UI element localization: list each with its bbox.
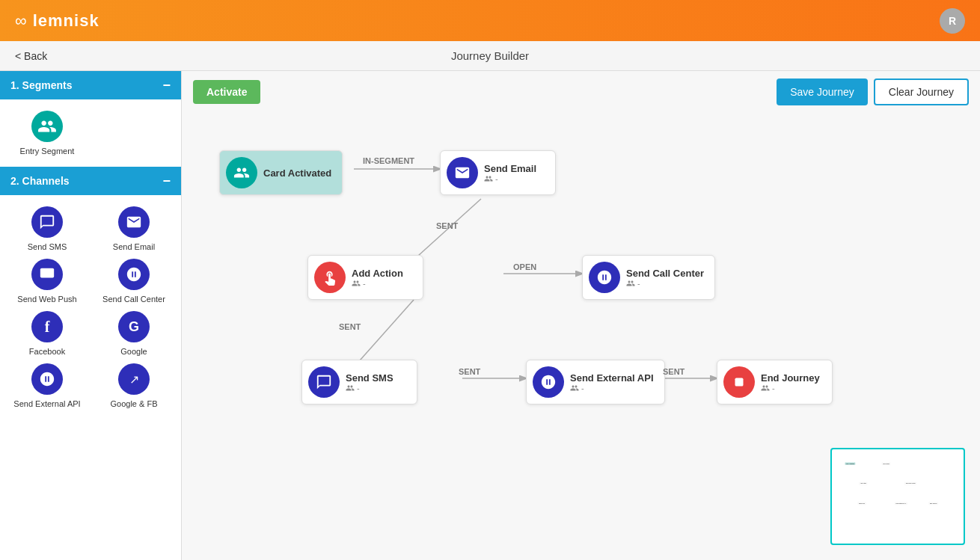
logo-text: lemnisk: [33, 11, 99, 31]
google-fb-label: Google & FB: [111, 399, 158, 408]
entry-segment-icon: [31, 111, 63, 142]
send-call-center-node-sub: -: [626, 279, 704, 288]
node-send-email[interactable]: Send Email -: [440, 150, 556, 195]
add-action-title: Add Action: [352, 268, 403, 279]
sidebar-item-facebook[interactable]: f Facebook: [7, 311, 87, 356]
sidebar-section-channels[interactable]: 2. Channels −: [0, 167, 181, 195]
logo: ∞ lemnisk: [15, 11, 99, 31]
send-call-center-label: Send Call Center: [102, 295, 165, 304]
send-email-icon: [118, 206, 150, 238]
google-icon: G: [118, 311, 150, 342]
end-journey-title: End Journey: [761, 372, 820, 384]
card-activated-title: Card Activated: [263, 167, 331, 179]
add-action-icon: [314, 262, 346, 293]
conn-sent-2: SENT: [339, 322, 361, 331]
entry-segment-label: Entry Segment: [20, 147, 75, 156]
svg-rect-0: [40, 268, 54, 278]
send-email-node-icon: [447, 157, 478, 188]
send-email-label: Send Email: [113, 242, 155, 251]
canvas-area: Activate Save Journey Clear Journey: [182, 71, 980, 560]
send-email-node-title: Send Email: [484, 163, 536, 174]
end-journey-text: End Journey -: [761, 372, 820, 393]
add-action-sub: -: [352, 279, 403, 288]
send-call-center-icon: [118, 259, 150, 290]
sidebar-item-send-call-center[interactable]: Send Call Center: [94, 259, 174, 304]
send-call-center-node-title: Send Call Center: [626, 268, 704, 279]
node-end-journey[interactable]: End Journey -: [717, 360, 833, 404]
send-web-push-label: Send Web Push: [17, 295, 76, 304]
flow-inner: Card Activated IN-SEGMENT Send Email -: [182, 113, 930, 547]
sidebar-item-send-sms[interactable]: Send SMS: [7, 206, 87, 251]
send-web-push-icon: [31, 259, 63, 290]
end-journey-icon: [723, 366, 755, 398]
page-title: Journey Builder: [451, 49, 529, 62]
node-card-activated[interactable]: Card Activated: [219, 150, 343, 195]
send-external-api-label: Send External API: [13, 399, 80, 408]
avatar[interactable]: R: [940, 8, 965, 34]
back-link[interactable]: < Back: [15, 50, 47, 62]
svg-rect-7: [735, 378, 744, 387]
logo-icon: ∞: [15, 11, 27, 31]
send-email-node-sub: -: [484, 174, 536, 183]
node-send-sms[interactable]: Send SMS -: [301, 360, 417, 404]
sidebar-item-entry-segment[interactable]: Entry Segment: [7, 111, 87, 156]
sidebar-item-send-email[interactable]: Send Email: [94, 206, 174, 251]
header: ∞ lemnisk R: [0, 0, 980, 41]
canvas-toolbar: Activate Save Journey Clear Journey: [182, 71, 980, 113]
section2-label: 2. Channels: [10, 175, 70, 187]
sidebar-item-google-fb[interactable]: ↗ Google & FB: [94, 363, 174, 408]
facebook-label: Facebook: [29, 347, 65, 356]
node-send-external-api[interactable]: Send External API -: [526, 360, 665, 404]
clear-journey-button[interactable]: Clear Journey: [874, 79, 969, 105]
channel-items: Send SMS Send Email Send Web Push Send C…: [0, 195, 181, 419]
send-sms-node-sub: -: [346, 384, 393, 393]
send-external-api-node-title: Send External API: [570, 372, 654, 384]
conn-open: OPEN: [513, 262, 536, 271]
send-sms-label: Send SMS: [28, 242, 67, 251]
google-label: Google: [120, 347, 147, 356]
send-sms-node-text: Send SMS -: [346, 372, 393, 393]
send-sms-icon: [31, 206, 63, 238]
node-add-action[interactable]: Add Action -: [307, 255, 423, 300]
card-activated-icon: [226, 157, 257, 188]
node-send-call-center[interactable]: Send Call Center -: [582, 255, 715, 300]
section1-collapse-icon: −: [162, 79, 171, 92]
sidebar-section-segments[interactable]: 1. Segments −: [0, 71, 181, 99]
add-action-text: Add Action -: [352, 268, 403, 288]
section2-collapse-icon: −: [162, 174, 171, 188]
conn-in-segment: IN-SEGMENT: [363, 156, 414, 165]
send-external-api-node-sub: -: [570, 384, 654, 393]
svg-line-4: [354, 300, 414, 367]
google-fb-icon: ↗: [118, 363, 150, 395]
card-activated-text: Card Activated: [263, 167, 331, 179]
send-sms-node-title: Send SMS: [346, 372, 393, 384]
sidebar-item-send-web-push[interactable]: Send Web Push: [7, 259, 87, 304]
save-journey-button[interactable]: Save Journey: [777, 79, 868, 105]
send-email-node-text: Send Email -: [484, 163, 536, 183]
send-external-api-icon: [31, 363, 63, 395]
conn-sent-3: SENT: [459, 367, 480, 376]
send-call-center-node-icon: [589, 262, 620, 293]
activate-button[interactable]: Activate: [193, 80, 260, 104]
facebook-icon: f: [31, 311, 63, 342]
conn-sent-4: SENT: [663, 367, 685, 376]
sidebar-item-send-external-api[interactable]: Send External API: [7, 363, 87, 408]
segment-items: Entry Segment: [0, 99, 181, 167]
end-journey-sub: -: [761, 384, 820, 393]
main-layout: 1. Segments − Entry Segment 2. Channels …: [0, 71, 980, 560]
conn-sent-1: SENT: [436, 221, 458, 230]
send-sms-node-icon: [308, 366, 340, 398]
send-external-api-node-icon: [533, 366, 564, 398]
sub-header: < Back Journey Builder: [0, 41, 980, 71]
sidebar: 1. Segments − Entry Segment 2. Channels …: [0, 71, 182, 560]
send-external-api-node-text: Send External API -: [570, 372, 654, 393]
minimap: Card Activated Send Email Add Action Sen…: [830, 448, 965, 545]
sidebar-item-google[interactable]: G Google: [94, 311, 174, 356]
section1-label: 1. Segments: [10, 79, 72, 91]
send-call-center-node-text: Send Call Center -: [626, 268, 704, 288]
